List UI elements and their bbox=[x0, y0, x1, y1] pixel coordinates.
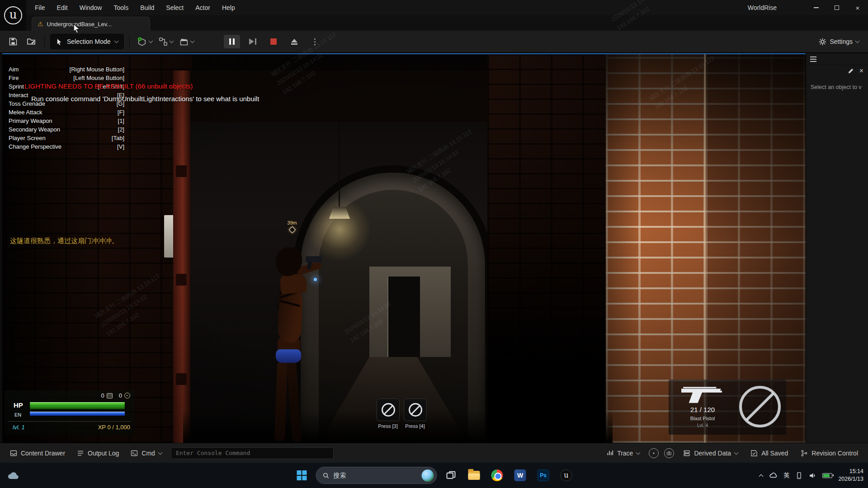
close-button[interactable]: × bbox=[847, 0, 868, 15]
insights-session-button[interactable] bbox=[649, 448, 659, 458]
phone-link-icon[interactable] bbox=[795, 472, 803, 479]
corridor-far-doorway bbox=[387, 277, 420, 357]
menu-edit[interactable]: Edit bbox=[51, 0, 74, 15]
menu-actor[interactable]: Actor bbox=[189, 0, 216, 15]
revision-control-button[interactable]: Revision Control bbox=[795, 446, 863, 460]
chevron-down-icon bbox=[114, 39, 118, 43]
menu-build[interactable]: Build bbox=[134, 0, 160, 15]
volume-icon[interactable] bbox=[809, 472, 816, 479]
player-character bbox=[258, 246, 348, 443]
details-panel: × Select an object to v bbox=[806, 53, 868, 443]
project-title: WorldRise bbox=[748, 4, 777, 11]
screenshot-button[interactable] bbox=[664, 448, 674, 458]
edit-pen-icon[interactable] bbox=[848, 68, 854, 74]
frame-skip-button[interactable] bbox=[245, 35, 261, 48]
chrome-button[interactable] bbox=[488, 465, 506, 485]
onedrive-icon[interactable] bbox=[769, 471, 778, 480]
door-hinge bbox=[176, 165, 187, 177]
character-shoulders bbox=[280, 273, 307, 294]
tray-overflow-chevron[interactable] bbox=[759, 474, 764, 479]
settings-dropdown[interactable]: Settings bbox=[819, 38, 863, 46]
chevron-down-icon bbox=[734, 450, 739, 455]
pause-button[interactable] bbox=[224, 35, 240, 48]
task-view-icon bbox=[446, 470, 457, 481]
search-input[interactable] bbox=[334, 472, 418, 479]
output-log-button[interactable]: Output Log bbox=[71, 446, 124, 460]
brick-wall-left bbox=[2, 54, 192, 443]
game-viewport[interactable]: Aim[Right Mouse Button] Fire[Left Mouse … bbox=[2, 53, 806, 443]
search-icon bbox=[323, 472, 330, 479]
weather-icon[interactable] bbox=[6, 469, 19, 482]
chevron-down-icon bbox=[148, 39, 153, 43]
door-hinge bbox=[176, 373, 187, 385]
frame-skip-icon bbox=[249, 38, 254, 45]
file-explorer-button[interactable] bbox=[465, 465, 483, 485]
eject-button[interactable] bbox=[286, 35, 302, 48]
blueprints-button[interactable] bbox=[157, 34, 175, 49]
main-toolbar: Selection Mode Settings bbox=[0, 31, 868, 53]
menu-tools[interactable]: Tools bbox=[108, 0, 134, 15]
console-icon bbox=[131, 450, 138, 457]
character-leg bbox=[287, 360, 302, 442]
console-command-input[interactable] bbox=[171, 447, 334, 459]
unreal-taskbar-icon: u bbox=[561, 469, 572, 481]
cmd-dropdown[interactable]: Cmd bbox=[125, 446, 167, 460]
trace-icon bbox=[607, 450, 613, 456]
panel-menu-icon[interactable] bbox=[810, 59, 816, 60]
level-tab-label: UndergroundBase_Lev... bbox=[47, 21, 112, 28]
tray-clock[interactable]: 15:14 2026/1/13 bbox=[838, 468, 863, 483]
browse-content-button[interactable] bbox=[24, 34, 39, 49]
ime-indicator[interactable]: 英 bbox=[783, 471, 789, 479]
brick-corner-dark-face bbox=[705, 54, 806, 443]
taskbar-search[interactable] bbox=[316, 467, 437, 484]
pause-icon bbox=[229, 38, 235, 45]
photoshop-button[interactable]: Ps bbox=[534, 465, 552, 485]
derived-data-icon bbox=[683, 450, 690, 457]
task-view-button[interactable] bbox=[442, 465, 460, 485]
chevron-down-icon bbox=[158, 450, 162, 455]
minimize-button[interactable] bbox=[806, 0, 826, 15]
windows-logo-icon bbox=[297, 470, 307, 480]
battery-icon[interactable] bbox=[822, 473, 832, 478]
derived-data-dropdown[interactable]: Derived Data bbox=[678, 446, 743, 460]
unreal-taskbar-button[interactable]: u bbox=[557, 465, 576, 485]
game-scene bbox=[2, 54, 806, 443]
unreal-logo: u bbox=[0, 0, 26, 31]
windows-taskbar: W Ps u 英 15:14 2026/1/13 bbox=[0, 463, 868, 488]
editor-mode-dropdown[interactable]: Selection Mode bbox=[50, 34, 124, 49]
editor-status-bar: Content Drawer Output Log Cmd Trace bbox=[0, 443, 868, 463]
insights-icon bbox=[651, 451, 656, 455]
chevron-down-icon bbox=[190, 39, 194, 43]
pie-options-button[interactable] bbox=[307, 35, 323, 48]
unreal-logo-icon: u bbox=[4, 6, 22, 24]
chrome-icon bbox=[491, 469, 503, 481]
menu-file[interactable]: File bbox=[29, 0, 51, 15]
close-icon[interactable]: × bbox=[859, 67, 863, 75]
menu-help[interactable]: Help bbox=[216, 0, 241, 15]
menu-window[interactable]: Window bbox=[74, 0, 108, 15]
toolbar-separator bbox=[44, 36, 45, 47]
menu-select[interactable]: Select bbox=[160, 0, 189, 15]
tab-bar: ⚠ UndergroundBase_Lev... bbox=[0, 15, 868, 31]
all-saved-button[interactable]: All Saved bbox=[745, 446, 793, 460]
start-button[interactable] bbox=[293, 465, 311, 485]
brick-corner-lit-face bbox=[606, 54, 705, 443]
word-icon: W bbox=[514, 469, 526, 481]
revision-control-icon bbox=[801, 450, 808, 457]
tray-date: 2026/1/13 bbox=[838, 475, 863, 483]
word-button[interactable]: W bbox=[511, 465, 529, 485]
add-actor-button[interactable] bbox=[135, 34, 154, 49]
daily-image-icon[interactable] bbox=[422, 469, 434, 482]
output-log-icon bbox=[77, 450, 84, 457]
stop-icon bbox=[270, 38, 277, 45]
trace-dropdown[interactable]: Trace bbox=[601, 446, 645, 460]
stop-button[interactable] bbox=[265, 35, 282, 48]
level-tab[interactable]: ⚠ UndergroundBase_Lev... bbox=[32, 17, 150, 31]
cinematics-button[interactable] bbox=[178, 34, 196, 49]
selection-cursor-icon bbox=[56, 38, 63, 45]
save-button[interactable] bbox=[5, 34, 21, 49]
settings-label: Settings bbox=[830, 38, 853, 45]
content-drawer-icon bbox=[10, 450, 17, 457]
maximize-button[interactable] bbox=[826, 0, 847, 15]
content-drawer-button[interactable]: Content Drawer bbox=[5, 446, 71, 460]
